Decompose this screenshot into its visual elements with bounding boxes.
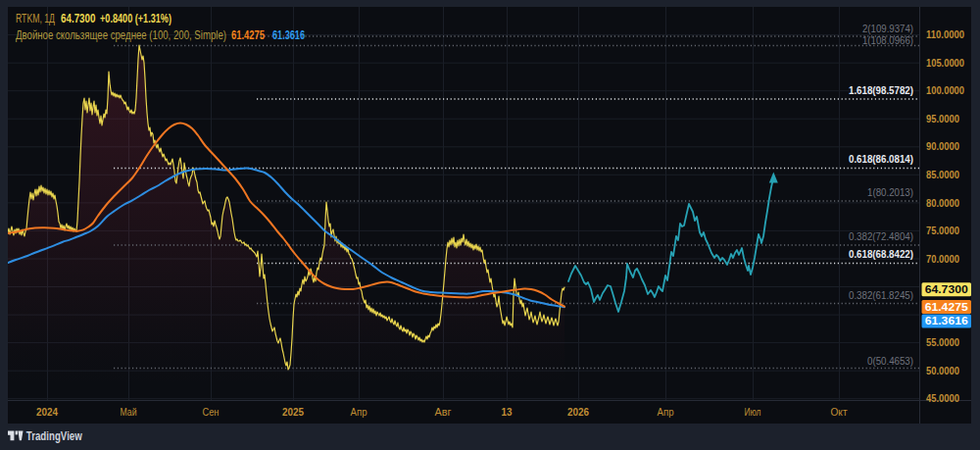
svg-text:2024: 2024 [36, 406, 59, 418]
svg-text:61.4275: 61.4275 [231, 28, 265, 42]
svg-text:+0.8400 (+1.31%): +0.8400 (+1.31%) [100, 12, 172, 25]
svg-text:64.7300: 64.7300 [61, 12, 96, 25]
svg-text:55.0000: 55.0000 [926, 337, 959, 348]
svg-text:Авг: Авг [435, 406, 452, 418]
svg-text:61.3616: 61.3616 [272, 28, 305, 42]
svg-text:105.0000: 105.0000 [926, 58, 964, 69]
svg-text:61.4275: 61.4275 [925, 301, 968, 313]
svg-text:0.618(68.8422): 0.618(68.8422) [849, 249, 913, 260]
svg-text:2026: 2026 [567, 406, 589, 418]
svg-text:Апр: Апр [351, 406, 368, 418]
svg-text:Апр: Апр [658, 406, 674, 418]
svg-text:90.0000: 90.0000 [926, 141, 959, 152]
svg-text:RTKM, 1Д: RTKM, 1Д [16, 12, 55, 25]
svg-text:64.7300: 64.7300 [925, 283, 968, 295]
svg-text:100.0000: 100.0000 [926, 85, 964, 96]
svg-text:45.0000: 45.0000 [926, 393, 959, 404]
svg-text:0.382(61.8245): 0.382(61.8245) [849, 290, 913, 301]
svg-text:Май: Май [121, 406, 137, 418]
svg-text:85.0000: 85.0000 [926, 170, 959, 180]
svg-text:50.0000: 50.0000 [926, 366, 959, 376]
svg-text:Двойное скользящее среднее (10: Двойное скользящее среднее (100, 200, Si… [16, 28, 226, 42]
svg-text:2025: 2025 [282, 406, 304, 418]
svg-text:1(80.2013): 1(80.2013) [867, 187, 913, 198]
svg-text:13: 13 [502, 406, 513, 418]
svg-text:70.0000: 70.0000 [926, 254, 959, 265]
svg-text:75.0000: 75.0000 [926, 225, 959, 236]
svg-text:110.0000: 110.0000 [926, 29, 964, 40]
svg-text:95.0000: 95.0000 [926, 114, 959, 125]
svg-text:0(50.4653): 0(50.4653) [867, 356, 913, 367]
svg-text:1(108.0966): 1(108.0966) [862, 35, 913, 46]
svg-text:TradingView: TradingView [26, 429, 82, 443]
svg-text:Окт: Окт [831, 406, 848, 418]
svg-text:0.618(86.0814): 0.618(86.0814) [849, 154, 913, 165]
svg-text:2(109.9374): 2(109.9374) [862, 24, 913, 34]
svg-text:1.618(98.5782): 1.618(98.5782) [849, 85, 913, 96]
svg-text:80.0000: 80.0000 [926, 198, 959, 209]
svg-text:61.3616: 61.3616 [925, 315, 968, 326]
svg-text:Сен: Сен [203, 406, 220, 418]
svg-text:Июл: Июл [745, 406, 761, 418]
svg-text:0.382(72.4804): 0.382(72.4804) [849, 231, 913, 242]
